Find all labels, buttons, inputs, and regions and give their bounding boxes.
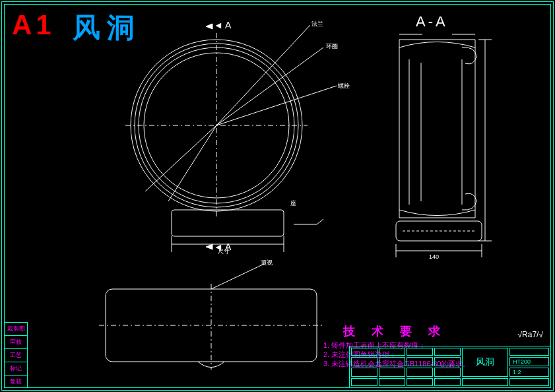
- top-view-label: 顶视: [261, 259, 273, 267]
- mass: [462, 378, 508, 386]
- svg-line-8: [216, 86, 337, 125]
- svg-marker-17: [206, 24, 212, 29]
- callout-4: 座: [290, 199, 296, 208]
- arrow-a-label-top: A: [225, 20, 231, 30]
- revision-column: 裁剪图 审核 工艺 标记 复核: [4, 322, 28, 388]
- section-arrow-top: ◄ A: [214, 20, 231, 30]
- left-label-2: 工艺: [4, 348, 28, 362]
- callout-1: 法兰: [311, 20, 323, 28]
- svg-line-6: [216, 25, 310, 125]
- svg-rect-11: [172, 210, 284, 236]
- material: HT200: [509, 357, 549, 366]
- left-label-4: 复核: [4, 375, 28, 388]
- callout-2: 环圈: [326, 42, 338, 51]
- surface-finish-symbol: √Ra7/√: [517, 330, 543, 339]
- cad-drawing: [0, 0, 555, 392]
- dim-side: 140: [429, 253, 439, 260]
- title-block: 风洞 HT200 1:2: [349, 346, 551, 388]
- left-label-3: 标记: [4, 362, 28, 375]
- svg-marker-18: [206, 244, 212, 249]
- svg-line-22: [211, 264, 264, 289]
- left-label-1: 审核: [4, 335, 28, 348]
- left-label-0: 裁剪图: [4, 322, 28, 335]
- drawing-no: [509, 378, 549, 386]
- part-name: 风洞: [462, 348, 508, 377]
- svg-line-13: [317, 219, 323, 224]
- callout-3: 螺栓: [338, 82, 350, 90]
- tech-requirements-heading: 技 术 要 求: [343, 323, 447, 339]
- dim-base: 尺寸: [218, 247, 230, 256]
- scale: 1:2: [509, 368, 549, 377]
- svg-line-7: [216, 48, 323, 125]
